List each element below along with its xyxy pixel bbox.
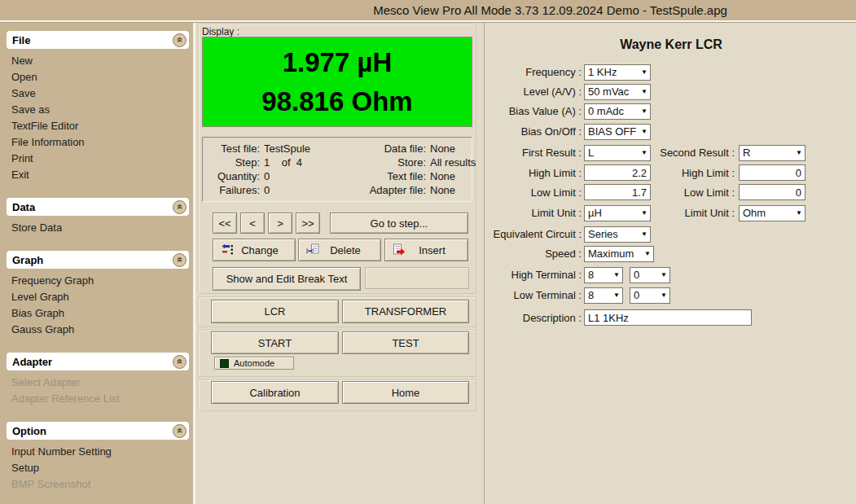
section-title: Adapter bbox=[12, 356, 52, 368]
sidebar-header-graph[interactable]: Graph » bbox=[7, 251, 189, 269]
limit-unit-2-select[interactable]: Ohm ▼ bbox=[739, 205, 806, 221]
level-select[interactable]: 50 mVac ▼ bbox=[584, 84, 651, 100]
status-value: 1 of 4 bbox=[264, 156, 344, 169]
home-button[interactable]: Home bbox=[342, 381, 469, 404]
sidebar-header-option[interactable]: Option » bbox=[7, 422, 189, 440]
sidebar-item-level-graph[interactable]: Level Graph bbox=[11, 289, 189, 305]
sidebar-item-gauss-graph[interactable]: Gauss Graph bbox=[11, 322, 189, 338]
automode-indicator-icon bbox=[220, 359, 229, 368]
sidebar-item-setup[interactable]: Setup bbox=[11, 460, 189, 476]
first-result-value: L bbox=[588, 147, 594, 159]
change-button[interactable]: Change bbox=[213, 239, 296, 261]
bias-value-value: 0 mAdc bbox=[588, 105, 624, 117]
description-input[interactable] bbox=[584, 309, 752, 326]
status-label: Data file: bbox=[348, 142, 426, 156]
calibration-button[interactable]: Calibration bbox=[211, 381, 339, 404]
step-first-button[interactable]: << bbox=[213, 213, 237, 234]
step-last-button[interactable]: >> bbox=[296, 213, 320, 234]
sidebar-item-open[interactable]: Open bbox=[11, 69, 189, 85]
transformer-mode-button[interactable]: TRANSFORMER bbox=[342, 300, 469, 323]
svg-text:✂: ✂ bbox=[306, 245, 314, 256]
blank-button bbox=[365, 267, 469, 289]
sidebar-item-input-number-setting[interactable]: Input Number Setting bbox=[11, 444, 189, 460]
collapse-chevron-icon[interactable]: » bbox=[173, 424, 187, 438]
delete-button[interactable]: ✂ Delete bbox=[298, 239, 381, 261]
high-limit-2-input[interactable] bbox=[739, 164, 806, 181]
high-terminal-b-select[interactable]: 0 ▼ bbox=[630, 267, 670, 283]
status-value: 0 bbox=[264, 183, 344, 197]
collapse-chevron-icon[interactable]: » bbox=[173, 355, 187, 369]
level-label: Level (A/V) : bbox=[484, 84, 582, 100]
bias-onoff-select[interactable]: BIAS OFF ▼ bbox=[584, 124, 651, 140]
status-label: Store: bbox=[348, 156, 426, 169]
show-edit-break-text-button[interactable]: Show and Edit Break Text bbox=[213, 267, 361, 291]
high-terminal-a-select[interactable]: 8 ▼ bbox=[584, 267, 623, 283]
display-label: Display : bbox=[202, 26, 239, 37]
sidebar: File » New Open Save Save as TextFile Ed… bbox=[0, 23, 195, 504]
goto-step-button[interactable]: Go to step... bbox=[330, 213, 468, 234]
automode-label: Automode bbox=[234, 358, 274, 368]
high-terminal-label: High Terminal : bbox=[484, 267, 582, 283]
high-limit-2-label: High Limit : bbox=[637, 165, 735, 182]
limit-unit-2-value: Ohm bbox=[743, 207, 766, 219]
chevron-down-icon: ▼ bbox=[644, 251, 651, 257]
window-title: Mesco View Pro All Mode 3.73 12.09.2024 … bbox=[373, 3, 727, 17]
bias-value-select[interactable]: 0 mAdc ▼ bbox=[584, 103, 651, 120]
window-titlebar[interactable]: Mesco View Pro All Mode 3.73 12.09.2024 … bbox=[0, 0, 856, 20]
status-value: All results bbox=[430, 156, 476, 169]
low-terminal-b-select[interactable]: 0 ▼ bbox=[630, 287, 670, 304]
level-value: 50 mVac bbox=[588, 85, 629, 98]
section-title: Option bbox=[12, 425, 46, 437]
sidebar-item-new[interactable]: New bbox=[11, 53, 189, 69]
automode-toggle[interactable]: Automode bbox=[214, 357, 294, 370]
change-icon bbox=[221, 243, 234, 256]
sidebar-item-print[interactable]: Print bbox=[11, 151, 189, 167]
low-limit-1-label: Low Limit : bbox=[484, 185, 582, 201]
second-result-select[interactable]: R ▼ bbox=[739, 145, 806, 161]
start-button[interactable]: START bbox=[211, 331, 339, 354]
speed-select[interactable]: Maximum ▼ bbox=[584, 246, 654, 262]
sidebar-item-file-information[interactable]: File Information bbox=[11, 134, 189, 151]
status-label: Failures: bbox=[211, 183, 260, 197]
chevron-down-icon: ▼ bbox=[661, 272, 667, 278]
bias-onoff-label: Bias On/Off : bbox=[484, 124, 582, 140]
collapse-chevron-icon[interactable]: » bbox=[173, 253, 187, 267]
sidebar-item-bias-graph[interactable]: Bias Graph bbox=[11, 305, 189, 322]
sidebar-item-bmp-screenshot: BMP Screenshot bbox=[11, 476, 189, 493]
chevron-down-icon: ▼ bbox=[613, 292, 620, 299]
limit-unit-2-label: Limit Unit : bbox=[637, 205, 735, 221]
step-prev-button[interactable]: < bbox=[240, 213, 265, 234]
low-terminal-a-select[interactable]: 8 ▼ bbox=[584, 287, 623, 304]
measurement-value-primary: 1.977 µH bbox=[283, 49, 393, 76]
sidebar-item-frequency-graph[interactable]: Frequency Graph bbox=[11, 273, 189, 289]
collapse-chevron-icon[interactable]: » bbox=[173, 33, 187, 47]
collapse-chevron-icon[interactable]: » bbox=[173, 200, 187, 214]
sidebar-item-save[interactable]: Save bbox=[11, 85, 189, 102]
sidebar-item-save-as[interactable]: Save as bbox=[11, 102, 189, 118]
status-label: Quantity: bbox=[211, 169, 260, 183]
step-next-button[interactable]: > bbox=[268, 213, 292, 234]
bias-onoff-value: BIAS OFF bbox=[588, 125, 636, 138]
sidebar-section-file: File » New Open Save Save as TextFile Ed… bbox=[7, 31, 189, 183]
status-value: TestSpule bbox=[264, 142, 344, 156]
low-limit-2-input[interactable] bbox=[739, 184, 806, 200]
sidebar-item-textfile-editor[interactable]: TextFile Editor bbox=[11, 118, 189, 134]
speed-value: Maximum bbox=[588, 248, 634, 260]
first-result-label: First Result : bbox=[484, 145, 582, 161]
equivalent-circuit-select[interactable]: Series ▼ bbox=[584, 226, 651, 243]
sidebar-header-data[interactable]: Data » bbox=[7, 198, 189, 216]
sidebar-section-option: Option » Input Number Setting Setup BMP … bbox=[7, 422, 189, 493]
sidebar-item-exit[interactable]: Exit bbox=[11, 167, 189, 183]
frequency-select[interactable]: 1 KHz ▼ bbox=[584, 64, 651, 81]
limit-unit-1-value: µH bbox=[588, 207, 602, 219]
low-terminal-label: Low Terminal : bbox=[484, 287, 582, 304]
high-terminal-a-value: 8 bbox=[588, 269, 594, 281]
status-value: None bbox=[430, 142, 476, 156]
test-button[interactable]: TEST bbox=[342, 331, 469, 354]
sidebar-section-adapter: Adapter » Select Adapter Adapter Referen… bbox=[7, 353, 189, 407]
lcr-mode-button[interactable]: LCR bbox=[211, 300, 339, 323]
sidebar-item-store-data[interactable]: Store Data bbox=[11, 220, 189, 236]
sidebar-header-adapter[interactable]: Adapter » bbox=[7, 353, 189, 370]
insert-button[interactable]: Insert bbox=[384, 239, 468, 261]
sidebar-header-file[interactable]: File » bbox=[7, 31, 189, 49]
